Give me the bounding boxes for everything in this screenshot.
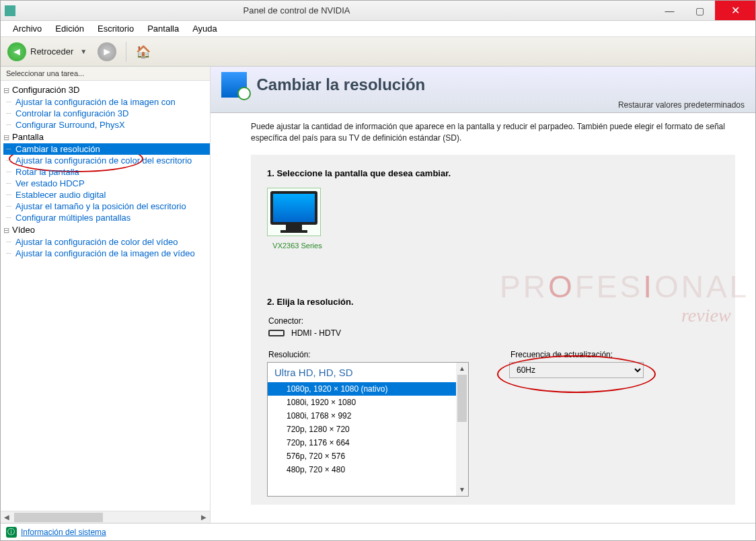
titlebar: Panel de control de NVIDIA [1,1,755,21]
back-label: Retroceder [30,46,73,57]
main-header: Cambiar la resolución Restaurar valores … [211,67,755,113]
menubar: Archivo Edición Escritorio Pantalla Ayud… [1,21,755,37]
resolution-item[interactable]: 720p, 1280 × 720 [268,423,456,436]
refresh-label: Frecuencia de actualización: [511,350,644,359]
info-icon [6,527,17,538]
task-tree: Configuración 3D Ajustar la configuració… [1,81,210,511]
tree-link-change-resolution[interactable]: Cambiar la resolución [3,143,210,155]
scroll-thumb[interactable] [14,513,103,522]
toolbar-divider [126,42,126,62]
sidebar: Seleccionar una tarea... Configuración 3… [1,67,211,523]
page-title: Cambiar la resolución [256,75,425,94]
tree-link-image-settings[interactable]: Ajustar la configuración de la imagen co… [3,96,210,108]
resolution-item[interactable]: 480p, 720 × 480 [268,463,456,476]
step1-label: 1. Seleccione la pantalla que desea camb… [267,168,719,178]
resolution-label: Resolución: [268,350,469,359]
tree-link-video-image[interactable]: Ajustar la configuración de la imagen de… [3,248,210,259]
scroll-up-arrow[interactable]: ▲ [456,363,468,375]
tree-group-pantalla[interactable]: Pantalla [3,131,210,143]
tree-group-video[interactable]: Vídeo [3,223,210,236]
tree-link-video-color[interactable]: Ajustar la configuración de color del ví… [3,236,210,248]
menu-ayuda[interactable]: Ayuda [186,22,224,35]
tree-link-hdcp[interactable]: Ver estado HDCP [3,178,210,189]
settings-panel: 1. Seleccione la pantalla que desea camb… [251,155,735,505]
forward-button[interactable]: ► [98,42,116,61]
tree-link-desktop-color[interactable]: Ajustar la configuración de color del es… [3,155,210,166]
monitor-name: VX2363 Series [267,242,328,250]
tree-link-digital-audio[interactable]: Establecer audio digital [3,189,210,201]
scroll-left-arrow[interactable]: ◀ [1,511,13,523]
tree-link-surround[interactable]: Configurar Surround, PhysX [3,119,210,131]
system-info-link[interactable]: Información del sistema [21,528,106,537]
connector-value: HDMI - HDTV [291,328,341,338]
window-title: Panel de control de NVIDIA [20,5,654,15]
monitor-icon [270,191,317,225]
main-panel: Cambiar la resolución Restaurar valores … [211,67,755,505]
resolution-item[interactable]: 1080p, 1920 × 1080 (nativo) [268,382,456,396]
window-buttons [654,1,755,20]
refresh-rate-select[interactable]: 60Hz [509,362,644,378]
page-description: Puede ajustar la cantidad de información… [211,113,755,144]
monitor-header-icon [221,72,247,98]
maximize-button[interactable] [685,1,715,20]
close-button[interactable] [715,1,755,20]
tree-group-3d[interactable]: Configuración 3D [3,83,210,96]
resolution-group-header: Ultra HD, HD, SD [268,363,456,382]
scroll-thumb[interactable] [457,375,467,422]
home-icon[interactable]: 🏠 [136,44,151,59]
minimize-button[interactable] [654,1,685,20]
tree-link-rotate[interactable]: Rotar la pantalla [3,166,210,178]
menu-archivo[interactable]: Archivo [6,22,48,35]
task-label: Seleccionar una tarea... [1,67,210,81]
back-button[interactable]: ◄ [7,42,26,61]
resolution-item[interactable]: 1080i, 1768 × 992 [268,409,456,423]
toolbar: ◄ Retroceder ▼ ► 🏠 [1,37,755,67]
menu-pantalla[interactable]: Pantalla [141,22,186,35]
resolution-scrollbar[interactable]: ▲ ▼ [456,363,468,496]
connector-label: Conector: [268,316,719,326]
tree-link-size-position[interactable]: Ajustar el tamaño y la posición del escr… [3,201,210,212]
tree-link-manage-3d[interactable]: Controlar la configuración 3D [3,108,210,119]
resolution-item[interactable]: 720p, 1176 × 664 [268,436,456,449]
scroll-down-arrow[interactable]: ▼ [456,484,468,496]
back-history-dropdown[interactable]: ▼ [80,48,87,55]
app-icon [5,5,15,16]
sidebar-hscrollbar[interactable]: ◀ ▶ [1,511,210,523]
menu-escritorio[interactable]: Escritorio [91,22,141,35]
step2-label: 2. Elija la resolución. [267,297,719,307]
resolution-item[interactable]: 1080i, 1920 × 1080 [268,396,456,409]
tree-link-multi-display[interactable]: Configurar múltiples pantallas [3,212,210,223]
monitor-selector[interactable] [267,188,321,236]
resolution-item[interactable]: 576p, 720 × 576 [268,449,456,463]
resolution-listbox[interactable]: Ultra HD, HD, SD 1080p, 1920 × 1080 (nat… [267,362,469,497]
scroll-right-arrow[interactable]: ▶ [198,511,210,523]
hdmi-icon [268,330,285,336]
statusbar: Información del sistema [1,523,755,540]
menu-edicion[interactable]: Edición [48,22,91,35]
restore-defaults-link[interactable]: Restaurar valores predeterminados [221,100,745,110]
